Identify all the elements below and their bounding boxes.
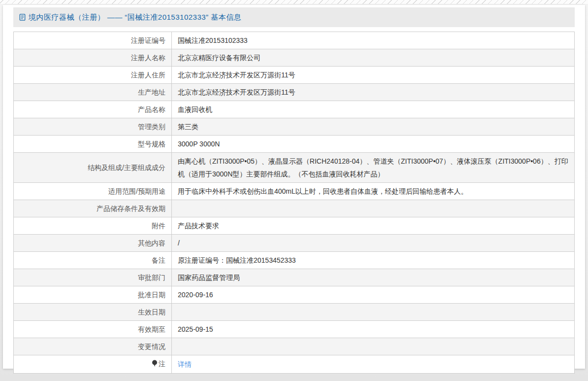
content-card: 境内医疗器械（注册） —— “国械注准20153102333” 基本信息 注册证… xyxy=(3,5,585,369)
row-label: 批准日期 xyxy=(14,286,172,304)
row-label: 注 xyxy=(14,355,172,374)
row-label: 型号规格 xyxy=(14,136,172,153)
row-label: 其他内容 xyxy=(14,235,172,252)
page-title: 境内医疗器械（注册） —— “国械注准20153102333” 基本信息 xyxy=(29,13,241,22)
row-value: / xyxy=(172,235,575,252)
row-label: 附件 xyxy=(14,217,172,235)
row-label: 产品名称 xyxy=(14,101,172,118)
row-value: 由离心机（ZITI3000P•05）、液晶显示器（RICH240128-04）、… xyxy=(172,153,575,183)
row-value: 国械注准20153102333 xyxy=(172,32,575,49)
row-value: 北京京精医疗设备有限公司 xyxy=(172,49,575,67)
row-label: 变更情况 xyxy=(14,338,172,355)
row-value: 2020-09-16 xyxy=(172,286,575,304)
row-label: 备注 xyxy=(14,252,172,269)
row-value: 详情 xyxy=(172,355,575,374)
table-row: 结构及组成/主要组成成分由离心机（ZITI3000P•05）、液晶显示器（RIC… xyxy=(14,153,575,183)
row-label: 结构及组成/主要组成成分 xyxy=(14,153,172,183)
row-label: 管理类别 xyxy=(14,118,172,136)
row-label: 产品储存条件及有效期 xyxy=(14,200,172,217)
row-value: 北京市北京经济技术开发区万源街11号 xyxy=(172,84,575,101)
table-row: 注册人名称北京京精医疗设备有限公司 xyxy=(14,49,575,67)
row-label: 有效期至 xyxy=(14,321,172,338)
row-value: 血液回收机 xyxy=(172,101,575,118)
table-row: 注详情 xyxy=(14,355,575,374)
page-title-bar: 境内医疗器械（注册） —— “国械注准20153102333” 基本信息 xyxy=(13,7,575,27)
detail-link[interactable]: 详情 xyxy=(178,360,192,368)
table-row: 批准日期2020-09-16 xyxy=(14,286,575,304)
row-label: 注册人名称 xyxy=(14,49,172,67)
table-row: 生效日期 xyxy=(14,304,575,321)
row-label: 注册证编号 xyxy=(14,32,172,49)
table-row: 备注原注册证编号：国械注准20153452333 xyxy=(14,252,575,269)
registration-info-table: 注册证编号国械注准20153102333注册人名称北京京精医疗设备有限公司注册人… xyxy=(13,32,575,374)
row-value: 产品技术要求 xyxy=(172,217,575,235)
table-row: 审批部门国家药品监督管理局 xyxy=(14,269,575,286)
table-row: 注册人住所北京市北京经济技术开发区万源街11号 xyxy=(14,67,575,84)
row-label: 注册人住所 xyxy=(14,67,172,84)
row-value: 国家药品监督管理局 xyxy=(172,269,575,286)
table-row: 产品储存条件及有效期 xyxy=(14,200,575,217)
note-icon xyxy=(152,358,158,371)
row-label: 审批部门 xyxy=(14,269,172,286)
table-row: 产品名称血液回收机 xyxy=(14,101,575,118)
table-row: 其他内容/ xyxy=(14,235,575,252)
row-label: 生产地址 xyxy=(14,84,172,101)
row-value: 用于临床中外科手术或创伤出血400mL以上时，回收患者自体血液，经处理后回输给患… xyxy=(172,183,575,200)
row-value: 3000P 3000N xyxy=(172,136,575,153)
row-value: 2025-09-15 xyxy=(172,321,575,338)
row-label: 适用范围/预期用途 xyxy=(14,183,172,200)
page-top-hatch-border xyxy=(0,0,588,4)
row-value xyxy=(172,200,575,217)
table-row: 管理类别第三类 xyxy=(14,118,575,136)
row-label: 生效日期 xyxy=(14,304,172,321)
row-value: 原注册证编号：国械注准20153452333 xyxy=(172,252,575,269)
table-row: 有效期至2025-09-15 xyxy=(14,321,575,338)
row-value: 北京市北京经济技术开发区万源街11号 xyxy=(172,67,575,84)
table-row: 生产地址北京市北京经济技术开发区万源街11号 xyxy=(14,84,575,101)
table-row: 变更情况 xyxy=(14,338,575,355)
table-row: 适用范围/预期用途用于临床中外科手术或创伤出血400mL以上时，回收患者自体血液… xyxy=(14,183,575,200)
row-value: 第三类 xyxy=(172,118,575,136)
document-icon xyxy=(19,13,26,21)
row-value xyxy=(172,304,575,321)
table-row: 注册证编号国械注准20153102333 xyxy=(14,32,575,49)
table-row: 型号规格3000P 3000N xyxy=(14,136,575,153)
table-row: 附件产品技术要求 xyxy=(14,217,575,235)
row-value xyxy=(172,338,575,355)
